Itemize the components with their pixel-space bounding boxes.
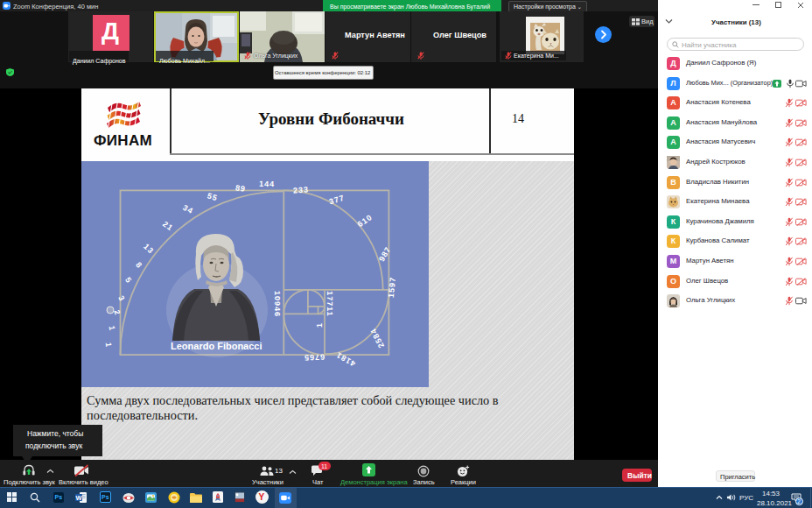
svg-text:17711: 17711 xyxy=(326,291,334,317)
svg-text:1: 1 xyxy=(108,325,117,332)
svg-text:55: 55 xyxy=(206,191,219,202)
svg-text:233: 233 xyxy=(293,185,310,195)
svg-text:6765: 6765 xyxy=(304,353,325,363)
svg-text:1597: 1597 xyxy=(387,277,397,299)
svg-text:3: 3 xyxy=(116,294,127,303)
svg-text:144: 144 xyxy=(259,180,275,189)
svg-text:8: 8 xyxy=(134,260,144,270)
svg-text:987: 987 xyxy=(377,245,393,264)
svg-text:1: 1 xyxy=(104,342,113,349)
svg-text:W: W xyxy=(75,494,82,502)
svg-text:1: 1 xyxy=(315,322,324,328)
svg-text:5: 5 xyxy=(123,276,134,286)
svg-text:Leonardo Fibonacci: Leonardo Fibonacci xyxy=(171,341,262,351)
svg-text:89: 89 xyxy=(234,183,246,194)
svg-text:10946: 10946 xyxy=(273,291,282,317)
svg-text:4181: 4181 xyxy=(334,350,357,369)
svg-text:21: 21 xyxy=(161,219,175,232)
svg-text:377: 377 xyxy=(328,194,346,207)
svg-text:13: 13 xyxy=(142,242,156,256)
svg-text:610: 610 xyxy=(356,213,374,229)
svg-text:2584: 2584 xyxy=(368,327,386,349)
svg-text:34: 34 xyxy=(181,203,194,215)
